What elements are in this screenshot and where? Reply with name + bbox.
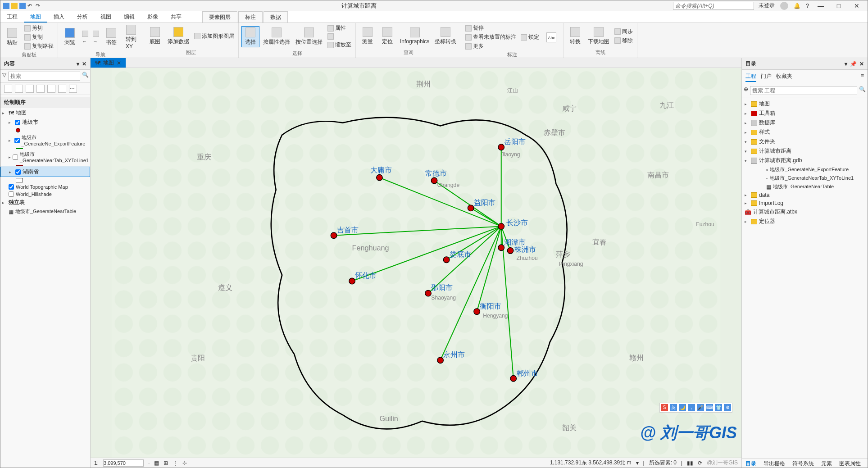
panel-pin-icon[interactable]: 📌	[850, 61, 857, 67]
sync-button[interactable]: 同步	[613, 27, 634, 36]
toc-table-1[interactable]: ▦地级市_GenerateNearTable	[0, 207, 90, 216]
filter-icon[interactable]: ⊕	[744, 86, 748, 95]
attributes-button[interactable]: 属性	[326, 24, 353, 32]
minimize-button[interactable]: —	[814, 2, 827, 9]
layer-checkbox[interactable]	[9, 191, 14, 197]
tree-databases[interactable]: ▸数据库	[744, 118, 866, 127]
map-canvas[interactable]: 岳阳市大庸市 常德市益阳市 长沙市吉首市 湘潭市株洲市 娄底市怀化市 邵阳市衡阳…	[91, 68, 741, 458]
tab-analysis[interactable]: 分析	[71, 11, 94, 23]
tree-atbx[interactable]: 🧰计算城市距离.atbx	[744, 207, 866, 217]
toc-layer-6[interactable]: World_Hillshade	[0, 191, 90, 198]
tree-styles[interactable]: ▸样式	[744, 127, 866, 137]
layer-checkbox[interactable]	[13, 154, 18, 160]
locate-button[interactable]: 定位	[378, 26, 396, 46]
pause-drawing-icon[interactable]: ▮▮	[687, 460, 693, 466]
search-icon[interactable]: 🔍	[859, 86, 866, 95]
adddata-button[interactable]: 添加数据	[166, 26, 191, 46]
ime-mic-icon[interactable]: 🎤	[697, 404, 704, 411]
measure-button[interactable]: 测量	[359, 26, 377, 46]
refresh-icon[interactable]: ⟳	[698, 460, 702, 466]
tree-table[interactable]: ▦地级市_GenerateNearTable	[744, 182, 866, 191]
btab-chart[interactable]: 图表属性	[836, 459, 864, 468]
toc-standalone[interactable]: ▸独立表	[0, 198, 90, 207]
undo-icon[interactable]: ↶	[27, 3, 34, 9]
layer-checkbox[interactable]	[9, 184, 14, 190]
catalog-tab-portal[interactable]: 门户	[761, 72, 772, 82]
list-by-selection-icon[interactable]	[26, 85, 34, 93]
list-by-editing-icon[interactable]	[36, 85, 45, 93]
tab-edit[interactable]: 编辑	[118, 11, 141, 23]
nav-zoom[interactable]	[91, 30, 100, 37]
layer-checkbox[interactable]	[15, 120, 20, 125]
ime-skin-icon[interactable]: 👕	[715, 404, 722, 411]
unplaced-button[interactable]: 查看未放置的标注	[464, 33, 518, 41]
zoomto-button[interactable]: 缩放至	[326, 41, 353, 49]
catalog-tab-project[interactable]: 工程	[745, 72, 756, 82]
nav-full-extent[interactable]	[81, 30, 90, 37]
coord-dropdown-icon[interactable]: ▾	[636, 460, 639, 466]
toc-layer-5[interactable]: World Topographic Map	[0, 183, 90, 191]
tree-project-folder[interactable]: ▾计算城市距离	[744, 146, 866, 156]
infographics-button[interactable]: Infographics	[398, 27, 431, 45]
panel-close-icon[interactable]: ✕	[859, 61, 864, 67]
filter-icon[interactable]: ▽	[2, 72, 6, 81]
tree-importlog[interactable]: ▸ImportLog	[744, 199, 866, 207]
redo-icon[interactable]: ↷	[36, 3, 42, 9]
ime-moon-icon[interactable]: 🌙	[679, 404, 686, 411]
toc-sym-1[interactable]	[0, 127, 90, 133]
tree-data-folder[interactable]: ▸data	[744, 191, 866, 199]
convert-button[interactable]: 转换	[566, 26, 584, 46]
layer-checkbox[interactable]	[14, 138, 20, 143]
btab-catalog[interactable]: 目录	[742, 459, 760, 468]
close-button[interactable]: ✕	[850, 2, 863, 9]
view-mode-icon[interactable]: ▦	[154, 460, 159, 466]
scale-dropdown-icon[interactable]: ·	[148, 460, 150, 466]
coord-button[interactable]: 坐标转换	[433, 26, 458, 46]
tab-project[interactable]: 工程	[0, 11, 24, 23]
help-icon[interactable]: ?	[806, 3, 809, 9]
tab-view[interactable]: 视图	[94, 11, 118, 23]
download-button[interactable]: 下载地图	[586, 26, 611, 46]
scale-input[interactable]	[103, 459, 144, 467]
panel-menu-icon[interactable]: ▾	[845, 61, 847, 67]
nav-next[interactable]: →	[91, 38, 100, 45]
btab-export[interactable]: 导出栅格	[760, 459, 789, 468]
selbyloc-button[interactable]: 按位置选择	[294, 27, 324, 47]
list-by-labeling-icon[interactable]	[58, 85, 66, 93]
list-more-icon[interactable]: ⋯	[69, 85, 77, 93]
tree-locators[interactable]: ▸定位器	[744, 217, 866, 226]
clear-sel-button[interactable]	[326, 33, 353, 40]
list-by-snapping-icon[interactable]	[47, 85, 55, 93]
tree-fc-2[interactable]: ▫地级市_GenerateNearTab_XYToLine1	[744, 174, 866, 182]
list-by-drawing-icon[interactable]	[4, 85, 12, 93]
tab-map[interactable]: 地图	[24, 11, 47, 23]
paste-button[interactable]: 粘贴	[3, 27, 21, 47]
tree-toolboxes[interactable]: ▸工具箱	[744, 109, 866, 118]
toc-layer-3[interactable]: ▸地级市_GenerateNearTab_XYToLine1	[0, 150, 90, 164]
snap-icon[interactable]: ⊞	[164, 460, 168, 466]
tree-fc-1[interactable]: ▫地级市_GenerateNe_ExportFeature	[744, 165, 866, 174]
selbyattr-button[interactable]: 按属性选择	[261, 27, 292, 47]
panel-close-icon[interactable]: ✕	[82, 61, 86, 67]
ime-logo-icon[interactable]: S	[661, 404, 668, 411]
search-icon[interactable]: 🔍	[82, 72, 89, 81]
gotoxy-button[interactable]: 转到 XY	[122, 24, 140, 50]
tab-labeling[interactable]: 标注	[238, 11, 263, 23]
cut-button[interactable]: 剪切	[23, 24, 55, 32]
toc-sym-4[interactable]	[0, 177, 90, 183]
catalog-tab-favorites[interactable]: 收藏夹	[776, 72, 792, 82]
tree-gdb[interactable]: ▾计算城市距离.gdb	[744, 156, 866, 165]
explore-button[interactable]: 浏览	[61, 27, 79, 47]
toc-layer-4[interactable]: ▸湖南省	[0, 167, 90, 177]
toc-map[interactable]: ▸🗺地图	[0, 108, 90, 118]
command-search[interactable]	[673, 2, 754, 10]
btab-symbology[interactable]: 符号系统	[789, 459, 818, 468]
addgfx-button[interactable]: 添加图形图层	[193, 32, 236, 41]
new-project-icon[interactable]	[3, 3, 9, 9]
basemap-button[interactable]: 底图	[146, 26, 164, 46]
tab-insert[interactable]: 插入	[47, 11, 71, 23]
remove-button[interactable]: 移除	[613, 36, 634, 45]
btab-element[interactable]: 元素	[818, 459, 836, 468]
open-icon[interactable]	[11, 3, 18, 9]
tree-maps[interactable]: ▸地图	[744, 99, 866, 109]
